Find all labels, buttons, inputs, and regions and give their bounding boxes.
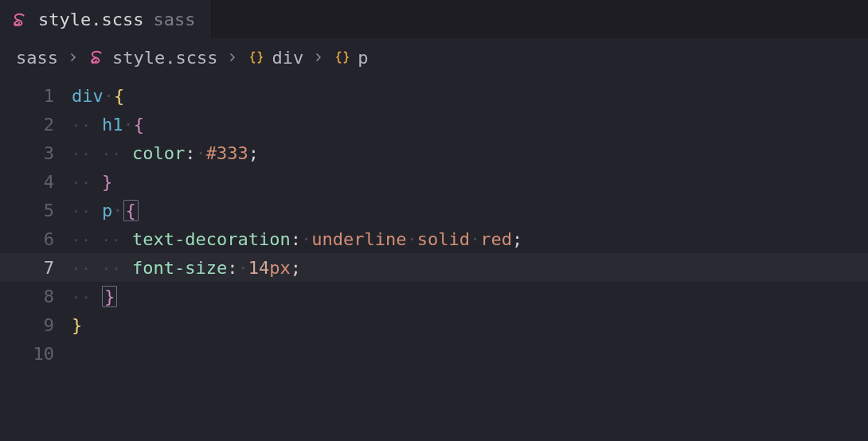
code-content: ··p·{	[62, 200, 139, 221]
code-line: 9 }	[0, 310, 868, 339]
code-line: 10	[0, 339, 868, 368]
code-line: 8 ··}	[0, 282, 868, 310]
code-content: }	[62, 315, 82, 335]
tab-style-scss[interactable]: style.scss sass	[0, 0, 212, 38]
breadcrumb-file-label: style.scss	[112, 48, 217, 68]
sass-icon	[88, 49, 106, 66]
tab-strip: style.scss sass	[0, 0, 868, 38]
bracket-match-open: {	[123, 200, 139, 221]
line-number: 4	[0, 172, 62, 192]
breadcrumb-symbol-p[interactable]: p	[334, 48, 368, 68]
breadcrumb-symbol-label: p	[358, 48, 368, 68]
line-number: 2	[0, 115, 62, 135]
bracket-match-close: }	[102, 286, 117, 307]
code-content: div·{	[62, 86, 124, 106]
chevron-right-icon	[221, 48, 244, 68]
code-line: 4 ··}	[0, 167, 868, 196]
symbol-icon	[248, 49, 265, 66]
tab-filename: style.scss	[38, 10, 143, 29]
breadcrumb-symbol-div[interactable]: div	[248, 48, 303, 68]
tab-language: sass	[153, 10, 195, 29]
code-line-current: 7 ····font-size:·14px;	[0, 253, 868, 282]
code-line: 1 div·{	[0, 81, 868, 110]
sass-icon	[11, 11, 29, 29]
code-content: ··}	[62, 172, 112, 192]
breadcrumb-folder[interactable]: sass	[16, 48, 58, 68]
line-number: 3	[0, 143, 62, 163]
line-number: 9	[0, 315, 62, 335]
code-content: ····text-decoration:·underline·solid·red…	[62, 229, 522, 249]
breadcrumb-symbol-label: div	[272, 48, 303, 68]
code-line: 2 ··h1·{	[0, 110, 868, 139]
code-editor[interactable]: 1 div·{ 2 ··h1·{ 3 ····color:·#333; 4 ··…	[0, 76, 868, 368]
code-content: ····font-size:·14px;	[62, 258, 301, 278]
breadcrumb-file[interactable]: style.scss	[88, 48, 217, 68]
breadcrumb: sass style.scss div p	[0, 38, 868, 76]
code-content: ··h1·{	[62, 115, 144, 135]
code-content: ····color:·#333;	[62, 143, 259, 163]
line-number: 8	[0, 287, 62, 306]
line-number: 6	[0, 229, 62, 249]
line-number: 7	[0, 258, 62, 278]
chevron-right-icon	[62, 48, 84, 68]
chevron-right-icon	[307, 48, 330, 68]
line-number: 10	[0, 344, 62, 364]
code-line: 5 ··p·{	[0, 196, 868, 224]
code-line: 3 ····color:·#333;	[0, 139, 868, 167]
code-content: ··}	[62, 286, 117, 307]
line-number: 5	[0, 201, 62, 220]
line-number: 1	[0, 86, 62, 106]
breadcrumb-folder-label: sass	[16, 48, 58, 68]
code-line: 6 ····text-decoration:·underline·solid·r…	[0, 224, 868, 253]
symbol-icon	[334, 49, 351, 66]
